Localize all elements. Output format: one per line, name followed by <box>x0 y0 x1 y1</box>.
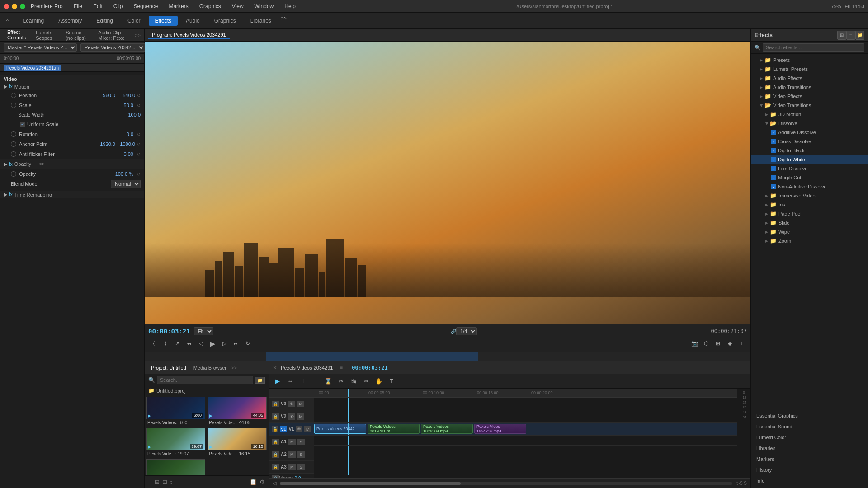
tree-item-video-effects[interactable]: ▶ 📁 Video Effects <box>751 92 868 101</box>
motion-category[interactable]: ▶ fx Motion <box>0 83 144 90</box>
timeline-timecode[interactable]: 00:00:03:21 <box>352 365 387 371</box>
camera-button[interactable]: 📷 <box>689 338 700 349</box>
export-frame-button[interactable]: ⬡ <box>701 338 712 349</box>
tree-item-immersive-video[interactable]: ▶ 📁 Immersive Video <box>751 191 868 200</box>
step-back-button[interactable]: ⏮ <box>184 338 194 349</box>
morph-cut-checkbox[interactable]: ✓ <box>771 175 776 180</box>
time-remapping-category[interactable]: ▶ fx Time Remapping <box>0 191 144 198</box>
tab-media-browser[interactable]: Media Browser <box>191 364 229 371</box>
track-select-btn[interactable]: ↔ <box>285 376 295 386</box>
tree-item-audio-transitions[interactable]: ▶ 📁 Audio Transitions <box>751 83 868 92</box>
tree-item-morph-cut[interactable]: ✓ Morph Cut <box>751 173 868 182</box>
menu-view[interactable]: View <box>230 2 245 10</box>
track-content-v2[interactable] <box>314 410 737 423</box>
track-v3-lock[interactable]: 🔒 <box>272 401 279 407</box>
clip-select[interactable]: Pexels Videos 20342... <box>80 43 145 52</box>
tab-effect-controls[interactable]: Effect Controls <box>4 28 32 43</box>
dip-to-black-checkbox[interactable]: ✓ <box>771 148 776 153</box>
timeline-zoom-in[interactable]: ▷ <box>736 480 740 486</box>
opacity-draw-icon[interactable]: □ <box>34 160 38 168</box>
tab-effects[interactable]: Effects <box>149 16 178 26</box>
film-dissolve-checkbox[interactable]: ✓ <box>771 166 776 171</box>
track-v2-toggle[interactable]: M <box>297 413 304 420</box>
play-forward-button[interactable]: ▷ <box>219 338 230 349</box>
effects-new-folder-btn[interactable]: 📁 <box>855 31 864 40</box>
effects-list-view-btn[interactable]: ≡ <box>846 31 855 40</box>
scrubber-playhead[interactable] <box>448 352 448 361</box>
track-content-area[interactable]: 00:00 00:00:05:00 00:00:10:00 00:00:15:0… <box>314 389 737 478</box>
track-a2-m[interactable]: M <box>288 451 296 458</box>
resolution-select[interactable]: 1/4 <box>456 327 477 335</box>
slip-tool-btn[interactable]: ↹ <box>349 376 359 386</box>
menu-edit[interactable]: Edit <box>91 2 104 10</box>
scale-value[interactable]: 50.0 <box>106 103 133 108</box>
razor-tool-btn[interactable]: ✂ <box>336 376 346 386</box>
home-icon[interactable]: ⌂ <box>5 17 9 24</box>
project-freeform-btn[interactable]: ⊡ <box>162 479 167 485</box>
opacity-keyframe-circle[interactable] <box>11 171 16 177</box>
track-v1-toggle-blue[interactable]: V1 <box>280 426 287 432</box>
opacity-reset[interactable]: ↺ <box>137 172 141 177</box>
rate-stretch-btn[interactable]: ⌛ <box>323 376 333 386</box>
panel-overflow[interactable]: >> <box>135 33 141 38</box>
clip-pexels-1[interactable]: Pexels Videos 20342... <box>314 424 366 434</box>
effects-search-input[interactable] <box>763 43 864 52</box>
tab-source[interactable]: Source: (no clips) <box>62 28 94 42</box>
tab-assembly[interactable]: Assembly <box>52 16 88 26</box>
tree-item-audio-effects[interactable]: ▶ 📁 Audio Effects <box>751 74 868 83</box>
tab-color[interactable]: Color <box>121 16 147 26</box>
mark-in-button[interactable]: ⟨ <box>148 338 159 349</box>
tree-item-non-additive-dissolve[interactable]: ✓ Non-Additive Dissolve <box>751 182 868 191</box>
track-a2-s[interactable]: S <box>297 451 305 458</box>
timeline-close-btn[interactable]: ✕ <box>273 365 277 371</box>
track-v1-m[interactable]: M <box>304 426 311 432</box>
project-icon-view-btn[interactable]: ⊞ <box>155 479 160 485</box>
anchor-keyframe-circle[interactable] <box>11 141 16 147</box>
anti-flicker-reset[interactable]: ↺ <box>137 152 141 157</box>
tree-item-presets[interactable]: ▶ 📁 Presets <box>751 56 868 65</box>
track-content-a1[interactable] <box>314 436 737 446</box>
track-v2-lock[interactable]: 🔒 <box>272 413 279 420</box>
anti-flicker-circle[interactable] <box>11 151 16 157</box>
position-keyframe-circle[interactable] <box>11 93 16 98</box>
tree-item-wipe[interactable]: ▶ 📁 Wipe <box>751 227 868 236</box>
opacity-pen-icon[interactable]: ✏ <box>39 160 45 168</box>
track-v1-eye[interactable]: 👁 <box>296 426 303 432</box>
project-overflow[interactable]: >> <box>231 365 237 371</box>
tree-item-dip-to-white[interactable]: ✓ Dip to White <box>751 155 868 164</box>
extra-libraries[interactable]: Libraries <box>751 443 868 454</box>
track-v3-eye[interactable]: 👁 <box>288 401 295 407</box>
mark-out-button[interactable]: ⟩ <box>160 338 171 349</box>
monitor-scrubber[interactable] <box>145 352 750 361</box>
menu-markers[interactable]: Markers <box>167 2 190 10</box>
minimize-button[interactable] <box>12 4 17 9</box>
cross-dissolve-checkbox[interactable]: ✓ <box>771 139 776 144</box>
menu-help[interactable]: Help <box>283 2 297 10</box>
menu-sequence[interactable]: Sequence <box>132 2 160 10</box>
tree-item-iris[interactable]: ▶ 📁 Iris <box>751 200 868 209</box>
play-button[interactable]: ▶ <box>207 338 218 349</box>
motion-arrow[interactable]: ▶ <box>4 84 7 89</box>
time-remapping-arrow[interactable]: ▶ <box>4 192 7 197</box>
track-v2-eye[interactable]: 👁 <box>288 413 295 420</box>
track-content-v1[interactable]: Pexels Videos 20342... Pexels Videos 201… <box>314 423 737 436</box>
tab-program-monitor[interactable]: Program: Pexels Videos 2034291 <box>148 31 230 39</box>
tree-item-film-dissolve[interactable]: ✓ Film Dissolve <box>751 164 868 173</box>
list-item[interactable]: ▶ 19:07 Pexels Vide...: 19:07 <box>146 459 205 475</box>
play-back-button[interactable]: ◁ <box>195 338 206 349</box>
extra-markers[interactable]: Markers <box>751 454 868 465</box>
clip-pexels-4[interactable]: Pexels Video 1654216.mp4 <box>474 424 526 434</box>
rolling-edit-btn[interactable]: ⊢ <box>311 376 321 386</box>
anchor-y[interactable]: 1080.0 <box>117 141 135 147</box>
rotation-keyframe-circle[interactable] <box>11 131 16 137</box>
menu-window[interactable]: Window <box>253 2 276 10</box>
project-new-folder-btn[interactable]: 📁 <box>255 377 265 384</box>
anchor-x[interactable]: 1920.0 <box>88 141 115 147</box>
tab-libraries[interactable]: Libraries <box>244 16 278 26</box>
tree-item-zoom[interactable]: ▶ 📁 Zoom <box>751 236 868 245</box>
timeline-playhead[interactable] <box>348 389 349 397</box>
project-folder-item[interactable]: 📁 Untitled.pproj <box>145 386 269 395</box>
timeline-zoom-bar[interactable] <box>280 482 732 485</box>
anchor-reset[interactable]: ↺ <box>137 142 141 147</box>
ripple-edit-btn[interactable]: ⊥ <box>298 376 308 386</box>
